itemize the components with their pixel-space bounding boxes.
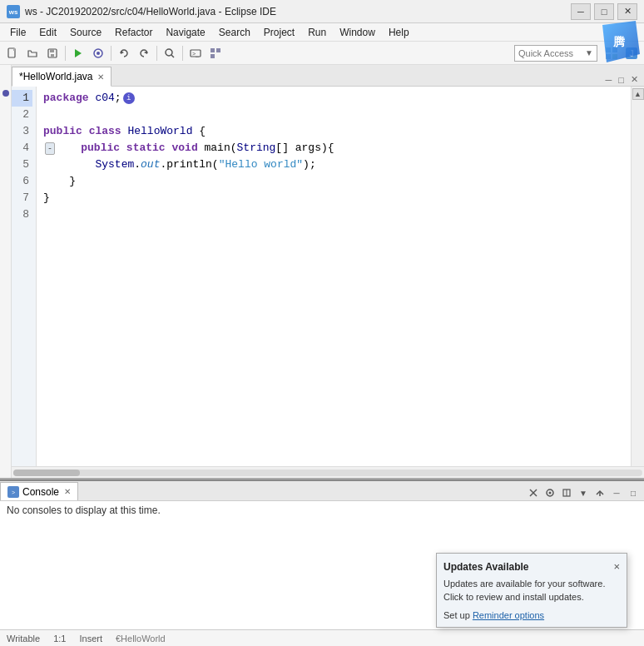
code-scroll-area: 1 2 3 4 5 6 7 8 package [12, 87, 644, 466]
updates-message: Updates are available for your software.… [443, 578, 620, 604]
updates-popup: Updates Available × Updates are availabl… [436, 553, 627, 628]
minimize-button[interactable]: ─ [571, 3, 591, 20]
svg-rect-15 [211, 48, 215, 52]
tab-close-view-button[interactable]: ✕ [628, 73, 641, 86]
quick-access-box[interactable]: ▼ [514, 45, 597, 62]
updates-close-button[interactable]: × [613, 560, 620, 573]
svg-text:>_: >_ [192, 51, 199, 57]
menu-file[interactable]: File [3, 25, 32, 40]
code-line-8 [43, 206, 624, 223]
svg-marker-10 [144, 51, 147, 54]
app-icon: ws [7, 5, 20, 18]
menu-window[interactable]: Window [333, 25, 382, 40]
quick-access-input[interactable] [518, 48, 585, 58]
menu-search[interactable]: Search [212, 25, 257, 40]
menu-help[interactable]: Help [382, 25, 416, 40]
console-no-console-text: No consoles to display at this time. [7, 504, 161, 516]
line-numbers: 1 2 3 4 5 6 7 8 [12, 87, 37, 466]
maximize-button[interactable]: □ [594, 3, 614, 20]
svg-rect-5 [51, 54, 54, 57]
console-maximize-button[interactable]: □ [626, 485, 641, 500]
line-num-4: 4 [12, 140, 32, 157]
perspective-button[interactable] [206, 44, 225, 62]
close-button[interactable]: ✕ [617, 3, 637, 20]
console-open-button[interactable] [592, 485, 607, 500]
console-tab-icon: > [7, 486, 19, 498]
line-num-7: 7 [12, 190, 32, 206]
new-file-button[interactable] [3, 44, 22, 62]
console-tab[interactable]: > Console ✕ [0, 482, 78, 500]
console-minimize-button[interactable]: ─ [609, 485, 624, 500]
editor-tab-helloworld[interactable]: *HelloWorld.java ✕ [12, 67, 111, 87]
menu-refactor[interactable]: Refactor [108, 25, 159, 40]
java-perspective-button[interactable]: J [622, 44, 641, 62]
tab-close-button[interactable]: ✕ [97, 72, 104, 82]
title-bar: ws ws - JC201920202/src/c04/HelloWorld.j… [0, 0, 644, 23]
open-button[interactable] [23, 44, 42, 62]
toolbar-separator-4 [182, 46, 183, 61]
menu-run[interactable]: Run [301, 25, 333, 40]
console-scroll-button[interactable] [559, 485, 574, 500]
menu-navigate[interactable]: Navigate [159, 25, 211, 40]
status-bar: Writable 1:1 Insert €HelloWorld [0, 629, 644, 646]
tab-controls: ─ □ ✕ [603, 73, 644, 86]
code-editor[interactable]: 1 2 3 4 5 6 7 8 package [12, 87, 631, 466]
svg-rect-20 [606, 54, 611, 59]
code-content[interactable]: package c04 ; i public class [37, 87, 631, 466]
code-line-2 [43, 107, 624, 123]
h-scrollbar-thumb[interactable] [13, 470, 80, 476]
svg-point-29 [549, 492, 552, 494]
menu-edit[interactable]: Edit [32, 25, 63, 40]
annotation-bubble[interactable]: i [123, 92, 135, 104]
h-scrollbar[interactable] [12, 466, 644, 478]
updates-title: Updates Available [443, 561, 528, 573]
svg-rect-4 [50, 49, 54, 52]
redo-button[interactable] [135, 44, 153, 62]
svg-point-8 [97, 52, 100, 55]
line-num-2: 2 [12, 107, 32, 123]
fold-button-4[interactable]: - [45, 142, 55, 155]
toolbar-separator-3 [156, 46, 157, 61]
h-scrollbar-track[interactable] [13, 470, 642, 476]
code-line-7: } [43, 190, 624, 206]
save-button[interactable] [43, 44, 62, 62]
svg-text:>: > [12, 489, 15, 495]
run-button[interactable] [69, 44, 87, 62]
toolbar-separator-1 [65, 46, 66, 61]
updates-reminder-link[interactable]: Reminder options [473, 610, 544, 620]
svg-text:J: J [629, 49, 634, 58]
menu-project[interactable]: Project [257, 25, 301, 40]
svg-line-12 [171, 55, 174, 57]
window-controls: ─ □ ✕ [571, 3, 637, 20]
quick-access-icon: ▼ [585, 48, 593, 57]
code-line-3: public class HelloWorld { [43, 123, 624, 140]
line-num-1: 1 [12, 90, 32, 107]
editor-container: *HelloWorld.java ✕ ─ □ ✕ 1 2 3 4 [12, 65, 644, 478]
debug-button[interactable] [89, 44, 107, 62]
console-tab-bar: > Console ✕ ▼ ─ [0, 481, 644, 501]
menu-source[interactable]: Source [63, 25, 108, 40]
svg-point-11 [166, 49, 172, 56]
overview-ruler-btn[interactable]: ▲ [632, 88, 644, 100]
tab-maximize-button[interactable]: □ [616, 74, 627, 86]
tab-label: *HelloWorld.java [19, 71, 92, 82]
svg-rect-19 [612, 47, 617, 52]
tab-minimize-button[interactable]: ─ [603, 74, 615, 86]
console-tab-label: Console [22, 486, 59, 498]
main-toolbar: >_ ▼ J [0, 42, 644, 65]
console-clear-button[interactable] [526, 485, 541, 500]
line-num-5: 5 [12, 157, 32, 173]
undo-button[interactable] [115, 44, 133, 62]
open-perspective-button[interactable] [602, 44, 621, 62]
updates-header: Updates Available × [443, 560, 620, 573]
console-new-button[interactable]: ▼ [576, 485, 591, 500]
console-tab-close[interactable]: ✕ [64, 487, 71, 496]
line-num-3: 3 [12, 123, 32, 140]
code-line-6: } [43, 173, 624, 190]
search-toolbar-button[interactable] [161, 44, 179, 62]
console-pin-button[interactable] [542, 485, 557, 500]
bookmark-marker [2, 90, 9, 97]
right-sidebar: ▲ [631, 87, 644, 466]
console-button[interactable]: >_ [186, 44, 205, 62]
svg-text:ws: ws [8, 8, 18, 16]
